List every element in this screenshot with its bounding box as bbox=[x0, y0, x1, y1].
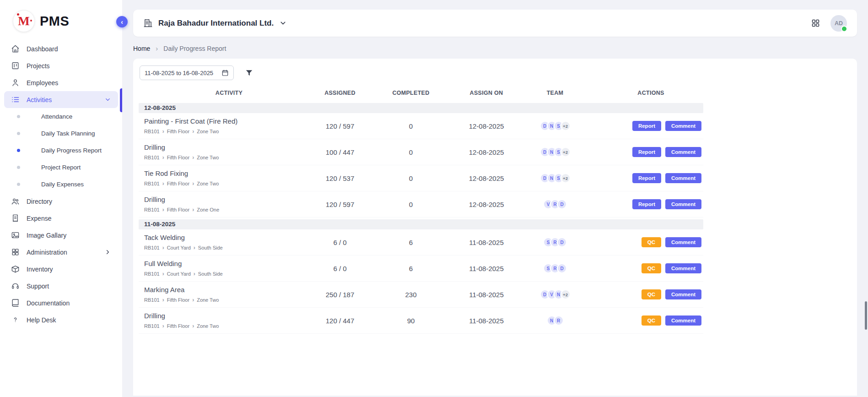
chevron-right-icon: › bbox=[162, 154, 164, 161]
sidebar-item-activities[interactable]: Activities bbox=[4, 91, 118, 108]
sidebar-item-employees[interactable]: Employees bbox=[4, 74, 118, 91]
actions-cell: ReportComment bbox=[598, 199, 703, 209]
sidebar-subitem-daily-task-planning[interactable]: Daily Task Planning bbox=[0, 125, 122, 142]
sidebar-subitem-label: Project Report bbox=[41, 164, 81, 171]
app-logo: M PMS bbox=[0, 0, 122, 39]
sidebar-item-label: Image Gallary bbox=[27, 232, 66, 239]
bullet-icon bbox=[17, 132, 20, 135]
assigned-cell: 6 / 0 bbox=[319, 265, 361, 272]
comment-button[interactable]: Comment bbox=[665, 147, 701, 157]
comment-button[interactable]: Comment bbox=[665, 315, 701, 326]
projects-icon bbox=[11, 61, 20, 71]
assign-on-cell: 12-08-2025 bbox=[461, 201, 512, 208]
headset-icon bbox=[11, 282, 20, 291]
company-selector[interactable]: Raja Bahadur International Ltd. bbox=[143, 18, 287, 28]
sidebar-item-image-gallary[interactable]: Image Gallary bbox=[4, 227, 118, 244]
actions-cell: ReportComment bbox=[598, 173, 703, 183]
assign-on-cell: 12-08-2025 bbox=[461, 122, 512, 130]
comment-button[interactable]: Comment bbox=[665, 289, 701, 299]
column-header-completed: COMPLETED bbox=[361, 90, 461, 96]
chevron-right-icon: › bbox=[192, 128, 194, 135]
chevron-right-icon: › bbox=[162, 297, 164, 303]
column-header-team: TEAM bbox=[512, 90, 598, 96]
report-button[interactable]: Report bbox=[632, 173, 661, 183]
sidebar-item-help-desk[interactable]: Help Desk bbox=[4, 311, 118, 328]
path-segment: Zone Two bbox=[197, 181, 219, 186]
table-row: Painting - First Coat (Fire Red)RB101›Fi… bbox=[139, 113, 703, 139]
team-extra-badge: +2 bbox=[561, 173, 571, 183]
comment-button[interactable]: Comment bbox=[665, 263, 701, 273]
sidebar-subitem-daily-expenses[interactable]: Daily Expenses bbox=[0, 176, 122, 193]
apps-grid-icon[interactable] bbox=[811, 18, 820, 28]
sidebar-item-expense[interactable]: Expense bbox=[4, 210, 118, 227]
bullet-icon bbox=[17, 115, 20, 118]
sidebar-item-support[interactable]: Support bbox=[4, 277, 118, 294]
sidebar-item-label: Expense bbox=[27, 215, 51, 222]
bullet-icon-active bbox=[17, 149, 20, 152]
comment-button[interactable]: Comment bbox=[665, 173, 701, 183]
comment-button[interactable]: Comment bbox=[665, 121, 701, 131]
actions-cell: QCComment bbox=[598, 315, 703, 326]
bullet-icon bbox=[17, 166, 20, 169]
completed-cell: 6 bbox=[361, 265, 461, 272]
actions-cell: ReportComment bbox=[598, 147, 703, 157]
path-segment: RB101 bbox=[144, 245, 160, 250]
path-segment: RB101 bbox=[144, 323, 160, 329]
column-header-activity: ACTIVITY bbox=[139, 90, 319, 96]
report-button[interactable]: Report bbox=[632, 147, 661, 157]
table-row: DrillingRB101›Fifth Floor›Zone Two120 / … bbox=[139, 308, 703, 334]
report-button[interactable]: Report bbox=[632, 199, 661, 209]
activity-name: Marking Area bbox=[144, 286, 319, 294]
activity-name: Drilling bbox=[144, 196, 319, 203]
team-cell: SRD bbox=[512, 237, 598, 247]
team-cell: DNS+2 bbox=[512, 173, 598, 183]
activity-name: Full Welding bbox=[144, 260, 319, 267]
home-icon bbox=[11, 44, 20, 54]
sidebar-item-inventory[interactable]: Inventory bbox=[4, 261, 118, 277]
chevron-right-icon: › bbox=[192, 154, 194, 161]
sidebar-item-projects[interactable]: Projects bbox=[4, 57, 118, 74]
qc-button[interactable]: QC bbox=[642, 263, 661, 273]
sidebar-collapse-button[interactable]: ‹ bbox=[116, 16, 128, 27]
sidebar-item-label: Activities bbox=[27, 96, 52, 103]
top-header-bar: Raja Bahadur International Ltd. AD bbox=[133, 10, 857, 37]
filter-icon[interactable] bbox=[245, 69, 253, 77]
activity-name: Drilling bbox=[144, 143, 319, 151]
date-range-input[interactable]: 11-08-2025 to 16-08-2025 bbox=[140, 65, 234, 80]
completed-cell: 6 bbox=[361, 239, 461, 246]
sidebar-item-label: Projects bbox=[27, 62, 50, 70]
scrollbar-thumb[interactable] bbox=[865, 301, 867, 330]
chevron-right-icon: › bbox=[162, 207, 164, 213]
report-button[interactable]: Report bbox=[632, 121, 661, 131]
path-segment: RB101 bbox=[144, 155, 160, 160]
qc-button[interactable]: QC bbox=[642, 315, 661, 326]
path-segment: Zone Two bbox=[197, 155, 219, 160]
activity-cell: Tie Rod FixingRB101›Fifth Floor›Zone Two bbox=[139, 169, 319, 187]
sidebar-item-administration[interactable]: Administration bbox=[4, 244, 118, 261]
assign-on-cell: 11-08-2025 bbox=[461, 239, 512, 246]
sidebar-item-dashboard[interactable]: Dashboard bbox=[4, 40, 118, 57]
sidebar-item-label: Help Desk bbox=[27, 316, 56, 324]
receipt-icon bbox=[11, 214, 20, 223]
comment-button[interactable]: Comment bbox=[665, 237, 701, 247]
comment-button[interactable]: Comment bbox=[665, 199, 701, 209]
sidebar-item-documentation[interactable]: Documentation bbox=[4, 294, 118, 311]
sidebar-subitem-daily-progress-report[interactable]: Daily Progress Report bbox=[0, 142, 122, 159]
breadcrumb-home[interactable]: Home bbox=[133, 45, 150, 52]
top-right-controls: AD bbox=[811, 15, 847, 32]
date-range-value: 11-08-2025 to 16-08-2025 bbox=[145, 70, 213, 76]
chevron-right-icon: › bbox=[192, 180, 194, 187]
sidebar-item-directory[interactable]: Directory bbox=[4, 193, 118, 210]
activity-name: Tack Welding bbox=[144, 234, 319, 241]
sidebar-subitem-project-report[interactable]: Project Report bbox=[0, 159, 122, 176]
sidebar-subitem-label: Attendance bbox=[41, 113, 72, 120]
team-cell: NR bbox=[512, 315, 598, 326]
qc-button[interactable]: QC bbox=[642, 289, 661, 299]
table-row: DrillingRB101›Fifth Floor›Zone Two100 / … bbox=[139, 139, 703, 165]
activity-path: RB101›Fifth Floor›Zone Two bbox=[144, 154, 319, 161]
team-extra-badge: +2 bbox=[561, 147, 571, 157]
user-avatar[interactable]: AD bbox=[830, 15, 847, 32]
sidebar-subitem-attendance[interactable]: Attendance bbox=[0, 108, 122, 125]
qc-button[interactable]: QC bbox=[642, 237, 661, 247]
team-extra-badge: +2 bbox=[561, 121, 571, 131]
